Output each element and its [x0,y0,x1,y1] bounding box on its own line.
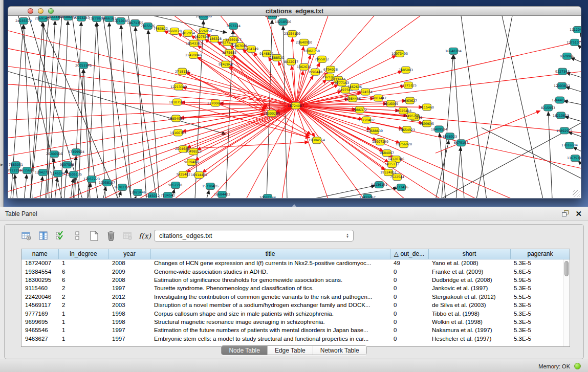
table-cell[interactable]: Investigating the contribution of common… [150,293,390,301]
table-cell[interactable]: 5.3E-5 [510,284,570,292]
table-cell[interactable]: 1998 [108,318,150,326]
delete-table-icon[interactable] [104,230,118,242]
table-cell[interactable]: de Silva et al. (2003) [428,301,510,309]
split-pane-handle[interactable] [292,204,297,207]
citation-network-graph[interactable]: 2403557020691406182233671958827110553287… [8,16,581,198]
table-cell[interactable]: 9463627 [21,335,58,343]
table-cell[interactable]: Changes of HCN gene expression and I(f) … [150,259,390,267]
column-header[interactable]: in_degree [58,249,108,259]
table-row[interactable]: 2242004622012Investigating the contribut… [21,293,570,301]
memory-ok-indicator-icon[interactable] [574,363,581,369]
table-cell[interactable]: 0 [390,267,428,275]
citation-edge-black[interactable] [569,132,581,137]
table-cell[interactable]: 5.3E-5 [510,301,570,309]
table-cell[interactable]: 2 [58,301,108,309]
graph-node[interactable]: 1733426 [394,184,408,191]
citation-edge-black[interactable] [573,147,581,151]
graph-node[interactable]: 19218506 [275,18,291,25]
table-cell[interactable]: Tibbo et al. (1998) [428,309,510,317]
table-cell[interactable]: 9115460 [21,284,58,292]
citation-edge-black[interactable] [567,73,581,78]
graph-node[interactable]: 8454749 [244,46,258,52]
table-cell[interactable]: 5.5E-5 [510,293,570,301]
table-cell[interactable]: 1 [58,259,108,267]
graph-node[interactable]: 15718485 [202,183,219,190]
network-window-titlebar[interactable]: citations_edges.txt [8,6,581,16]
table-cell[interactable]: 9465546 [21,326,58,334]
table-cell[interactable]: 0 [390,318,428,326]
graph-node[interactable]: 15892971 [556,127,573,134]
graph-node[interactable]: 17359924 [68,149,84,156]
graph-node[interactable]: 7522544 [390,174,404,181]
citation-edge[interactable] [296,106,364,198]
graph-node[interactable]: 10756928 [396,141,412,148]
table-cell[interactable]: 5.3E-5 [510,309,570,317]
table-cell[interactable]: 1997 [108,335,150,343]
graph-node[interactable]: 12093832 [554,82,570,89]
graph-node[interactable]: 16543382 [186,40,202,47]
graph-node[interactable]: 13505135 [66,171,82,178]
citation-edge-black[interactable] [136,27,146,198]
graph-node[interactable]: 17957223 [83,176,100,183]
left-panel-divider[interactable]: ▶ [0,0,4,207]
table-cell[interactable]: 0 [390,301,428,309]
table-cell[interactable]: 22420046 [21,293,58,301]
graph-node[interactable]: 11675312 [567,155,581,162]
close-panel-icon[interactable]: ✕ [575,210,582,217]
table-cell[interactable]: Structural magnetic resonance image aver… [150,318,390,326]
table-cell[interactable]: Jankovic et al. (1997) [428,284,510,292]
table-cell[interactable]: 0 [390,276,428,284]
graph-node[interactable]: 19654923 [399,126,415,133]
table-cell[interactable]: Nakamura et al. (1997) [428,326,510,334]
graph-node[interactable]: 16961758 [303,48,320,54]
graph-node[interactable]: 10973493 [391,50,408,57]
citation-edge-black[interactable] [195,20,204,198]
column-header[interactable]: short [428,249,510,259]
graph-node[interactable]: 9115460 [420,104,434,111]
table-cell[interactable]: 49 [390,259,428,267]
citation-edge[interactable] [8,106,296,192]
table-cell[interactable]: 9699695 [21,318,58,326]
float-window-icon[interactable] [562,210,569,217]
table-cell[interactable]: 2009 [108,267,150,275]
graph-node[interactable]: 1990448 [308,69,322,75]
graph-node[interactable]: 6679197 [454,140,468,146]
table-scrollbar[interactable] [563,259,570,347]
table-select-dropdown[interactable]: citations_edges.txt ▲▼ [154,230,354,242]
column-header[interactable]: title [150,249,390,259]
citation-edge-black[interactable] [135,196,136,198]
citation-edge-black[interactable] [40,177,42,198]
table-cell[interactable]: 5.6E-5 [510,267,570,275]
table-cell[interactable]: Hescheler et al. (1997) [428,335,510,343]
citation-edge-black[interactable] [502,16,543,198]
citation-edge-black[interactable] [565,117,581,122]
citation-edge-black[interactable] [454,55,464,198]
citation-edge[interactable] [435,111,540,153]
table-cell[interactable]: 0 [390,326,428,334]
table-cell[interactable]: 9777169 [21,309,58,317]
table-cell[interactable]: Estimation of significance thresholds fo… [150,276,390,284]
column-header[interactable]: pagerank [510,249,570,259]
column-header[interactable]: name [21,249,58,259]
table-cell[interactable]: 6 [58,276,108,284]
tab-network-table[interactable]: Network Table [313,346,366,355]
citation-edge-black[interactable] [580,33,581,36]
table-row[interactable]: 946554611997Estimation of the future num… [21,326,570,334]
table-row[interactable]: 1456911722003Disruption of a novel membe… [21,301,570,309]
citation-edge-black[interactable] [128,16,157,198]
graph-node[interactable]: 9245012 [145,193,160,198]
graph-node[interactable]: 12375125 [400,82,417,89]
citation-edge[interactable] [8,106,296,120]
graph-node[interactable]: 10553287 [73,16,90,21]
table-settings-icon[interactable] [20,230,33,242]
function-builder-icon[interactable]: f(x) [138,230,151,242]
table-cell[interactable]: Tourette syndrome. Phenomenology and cla… [150,284,390,292]
graph-node[interactable]: 8216069 [384,100,398,107]
table-cell[interactable]: 5.3E-5 [510,259,570,267]
column-header[interactable]: year [108,249,150,259]
citation-edge[interactable] [197,57,296,105]
graph-node[interactable]: 10807447 [370,95,386,101]
table-cell[interactable]: 18300295 [21,276,58,284]
graph-node[interactable]: 16648784 [445,48,462,54]
table-row[interactable]: 1830029562008Estimation of significance … [21,276,570,284]
